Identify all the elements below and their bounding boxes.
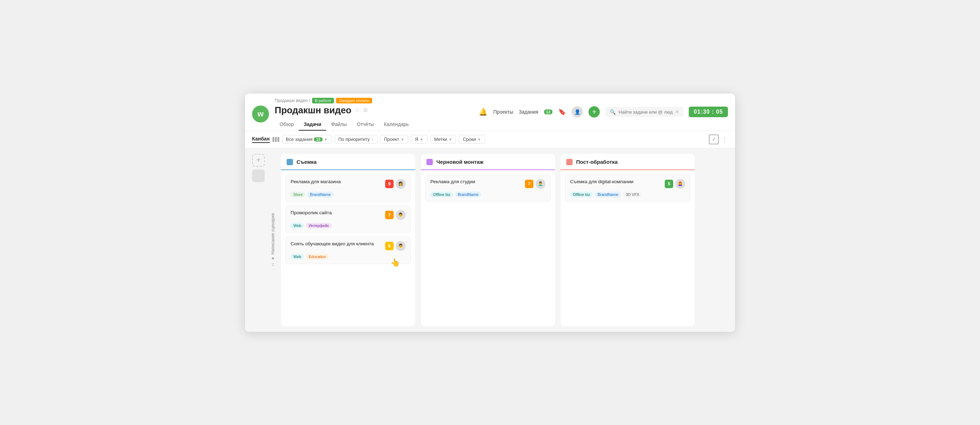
tag-brandname[interactable]: BrandName: [307, 192, 334, 197]
breadcrumb: Продакшн видео / В работе Ожидает оплаты: [275, 98, 414, 103]
chevron-down-icon: ▼: [477, 137, 481, 142]
search-input[interactable]: [619, 110, 673, 115]
card-5[interactable]: Съемка для digital-компании 5 👩‍🦰 Offlin…: [565, 174, 690, 202]
kanban-col-rough: Черновой монтаж Реклама для студии 7 👨‍🦱…: [421, 154, 555, 326]
card-1-title: Реклама для магазина: [291, 179, 382, 184]
card-2-tags: Web Интерфейс: [291, 223, 406, 228]
logo[interactable]: w: [252, 105, 269, 123]
board: + Написание сценария 2 Съемка Реклама дл…: [245, 148, 735, 332]
badge-inwork[interactable]: В работе: [312, 98, 334, 103]
tasks-count-badge: 12: [544, 110, 552, 115]
tag-offlinebiz2[interactable]: Offline biz: [570, 192, 593, 197]
col-header-rough: Черновой монтаж: [421, 154, 555, 170]
card-4-tags: Offline biz BrandName: [430, 192, 546, 197]
more-options-icon[interactable]: ⋮: [722, 135, 728, 143]
chevron-down-icon: ▼: [400, 137, 404, 142]
check-icon[interactable]: ✓: [709, 134, 719, 144]
tag-3dvfx[interactable]: 3D VFX: [623, 192, 642, 197]
sidebar-label-col: Написание сценария 2: [270, 154, 275, 326]
star-icon[interactable]: ☆: [355, 106, 360, 114]
tag-education[interactable]: Education: [306, 254, 329, 259]
card-1-right: 9 👩: [385, 179, 406, 189]
card-5-title: Съемка для digital-компании: [570, 179, 662, 184]
filter-project[interactable]: Проект ▼: [380, 135, 409, 144]
tab-reports[interactable]: Отчёты: [352, 119, 379, 131]
tag-web2[interactable]: Web: [291, 254, 304, 259]
timer[interactable]: 01:30 : 05: [689, 107, 728, 117]
header-left: Продакшн видео / В работе Ожидает оплаты…: [275, 98, 414, 131]
page-title: Продакшн видео: [275, 105, 352, 116]
user-avatar[interactable]: 👤: [571, 106, 583, 118]
col-cards-rough: Реклама для студии 7 👨‍🦱 Offline biz Bra…: [421, 170, 555, 326]
clear-search-icon[interactable]: ✕: [675, 110, 679, 115]
search-icon: 🔍: [610, 109, 616, 115]
sidebar-add-col: +: [252, 154, 265, 326]
col-title-shooting: Съемка: [296, 159, 317, 165]
tag-interface[interactable]: Интерфейс: [306, 223, 332, 228]
col-cards-shooting: Реклама для магазина 9 👩 Store BrandName: [281, 170, 415, 326]
gear-icon[interactable]: ⚙: [363, 107, 368, 114]
col-color-post: [566, 159, 573, 165]
kanban-col-shooting: Съемка Реклама для магазина 9 👩 Store Br…: [281, 154, 415, 326]
sidebar-label-text: Написание сценария: [270, 213, 275, 255]
card-3[interactable]: Снять обучающее видео для клиента 6 👨 We…: [285, 237, 411, 264]
col-color-shooting: [286, 159, 293, 165]
filter-all-tasks[interactable]: Все задания 10 ▼: [282, 135, 332, 144]
filter-priority[interactable]: По приоритету ↑: [335, 135, 377, 144]
col-title-post: Пост-обработка: [576, 159, 618, 165]
card-2-priority: 7: [385, 211, 394, 219]
card-4-avatar: 👨‍🦱: [536, 179, 546, 189]
card-2-avatar: 👨: [396, 210, 406, 220]
title-row: Продакшн видео ☆ ⚙: [275, 105, 414, 116]
card-5-priority: 5: [665, 180, 673, 188]
card-3-title: Снять обучающее видео для клиента: [291, 241, 382, 247]
card-1-tags: Store BrandName: [291, 192, 406, 197]
card-3-avatar: 👨: [396, 241, 406, 251]
sort-icon: ↑: [371, 137, 374, 142]
tab-tasks[interactable]: Задачи: [299, 119, 326, 131]
tag-offlinebiz[interactable]: Offline biz: [430, 192, 453, 197]
filter-dates[interactable]: Сроки ▼: [459, 135, 485, 144]
col-cards-post: Съемка для digital-компании 5 👩‍🦰 Offlin…: [561, 170, 695, 326]
kanban-col-post: Пост-обработка Съемка для digital-компан…: [561, 154, 695, 326]
tab-calendar[interactable]: Календарь: [379, 119, 414, 131]
sidebar-dot: [272, 257, 274, 259]
badge-await[interactable]: Ожидает оплаты: [336, 98, 372, 103]
card-5-top: Съемка для digital-компании 5 👩‍🦰: [570, 179, 685, 189]
tab-files[interactable]: Файлы: [326, 119, 352, 131]
add-button[interactable]: +: [589, 106, 600, 118]
tag-store[interactable]: Store: [291, 192, 305, 197]
card-4-right: 7 👨‍🦱: [525, 179, 546, 189]
card-4-priority: 7: [525, 180, 533, 188]
card-4[interactable]: Реклама для студии 7 👨‍🦱 Offline biz Bra…: [425, 174, 551, 202]
card-2[interactable]: Проморолик сайта 7 👨 Web Интерфейс: [285, 205, 411, 233]
filter-tags[interactable]: Метки ▼: [430, 135, 457, 144]
filter-me[interactable]: Я ▼: [411, 135, 427, 144]
tasks-link[interactable]: Задания: [519, 109, 538, 115]
card-2-top: Проморолик сайта 7 👨: [291, 210, 406, 220]
main-window: w Продакшн видео / В работе Ожидает опла…: [245, 94, 735, 332]
header-right: 🔔 Проекты Задания 12 🔖 👤 + 🔍 ✕ 01:30 : 0…: [479, 106, 728, 122]
chevron-down-icon: ▼: [449, 137, 452, 142]
add-column-button[interactable]: +: [252, 154, 265, 167]
card-1-avatar: 👩: [396, 179, 406, 189]
col-color-rough: [426, 159, 433, 165]
tag-brandname3[interactable]: BrandName: [595, 192, 621, 197]
projects-link[interactable]: Проекты: [493, 109, 513, 115]
card-5-avatar: 👩‍🦰: [675, 179, 685, 189]
bookmark-icon[interactable]: 🔖: [558, 108, 566, 116]
sidebar-gray-box: [252, 169, 265, 182]
tag-brandname2[interactable]: BrandName: [455, 192, 482, 197]
tag-web[interactable]: Web: [291, 223, 304, 228]
card-4-top: Реклама для студии 7 👨‍🦱: [430, 179, 546, 189]
nav-tabs: Обзор Задачи Файлы Отчёты Календарь: [275, 119, 414, 131]
tab-overview[interactable]: Обзор: [275, 119, 299, 131]
view-icon[interactable]: [272, 137, 279, 142]
kanban-label[interactable]: Канбан: [252, 136, 270, 143]
notification-icon[interactable]: 🔔: [479, 108, 488, 116]
header: w Продакшн видео / В работе Ожидает опла…: [245, 94, 735, 131]
card-3-right: 6 👨: [385, 241, 406, 251]
card-3-tags: Web Education: [291, 254, 406, 259]
card-1[interactable]: Реклама для магазина 9 👩 Store BrandName: [285, 174, 411, 202]
chevron-down-icon: ▼: [420, 137, 424, 142]
